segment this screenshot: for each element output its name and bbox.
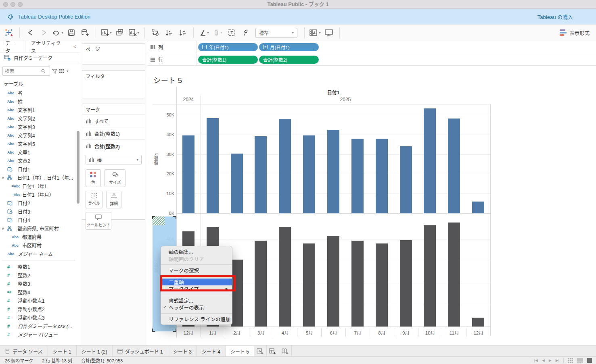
bar-mark[interactable] [400, 146, 412, 213]
search-input[interactable] [5, 69, 41, 74]
month-axis-label[interactable]: 2月 [225, 328, 249, 337]
bar-mark[interactable] [303, 243, 315, 327]
new-worksheet-button[interactable]: ▾ [101, 27, 112, 39]
field-item[interactable]: 日付4 [0, 216, 80, 224]
expander-caret-icon[interactable]: ∨ [2, 227, 7, 231]
field-item[interactable]: ∨日付1（年）, 日付1（年... [0, 173, 80, 182]
show-me-button[interactable]: 表示形式 [560, 29, 590, 37]
month-axis-label[interactable]: 1月 [201, 328, 225, 337]
month-axis-label[interactable]: 3月 [249, 328, 273, 337]
group-members-button[interactable]: ▾ [212, 27, 224, 39]
sheet-sorter-view-icon[interactable] [568, 358, 573, 363]
sheet-tab[interactable]: シート 3 [168, 346, 197, 356]
replay-button[interactable]: ▾ [52, 27, 63, 39]
field-item[interactable]: Abc都道府県 [0, 233, 80, 241]
sort-descending-button[interactable] [177, 27, 188, 39]
sort-ascending-button[interactable] [163, 27, 175, 39]
tab-data[interactable]: データ [0, 41, 25, 52]
field-item[interactable]: Abc姓 [0, 97, 80, 106]
size-button[interactable]: サイズ [105, 169, 125, 187]
new-data-source-button[interactable] [79, 27, 91, 39]
next-sheet-button[interactable]: ▶ [549, 358, 552, 362]
field-item[interactable]: =Abc日付1（年） [0, 182, 80, 190]
pages-shelf[interactable]: ページ [82, 43, 145, 64]
highlight-button[interactable]: ▾ [199, 27, 210, 39]
mark-type-dropdown[interactable]: 棒 ▾ [86, 155, 142, 164]
detail-button[interactable]: 詳細 [106, 191, 121, 208]
marks-card-row[interactable]: すべて [82, 114, 145, 127]
show-tabs-view-icon[interactable] [587, 358, 592, 363]
bar-mark[interactable] [279, 227, 291, 327]
save-button[interactable] [66, 27, 77, 39]
first-sheet-button[interactable]: |◀ [534, 358, 538, 362]
bar-mark[interactable] [231, 260, 243, 327]
search-input-box[interactable] [2, 67, 50, 76]
color-button[interactable]: 色 [86, 169, 101, 187]
month-axis-label[interactable]: 7月 [345, 328, 370, 337]
clear-sheet-button[interactable]: ▾ [128, 27, 140, 39]
filter-fields-icon[interactable] [52, 69, 57, 74]
menu-item[interactable]: リファレンス ラインの追加 [161, 316, 232, 323]
menu-item[interactable]: ✓ヘッダーの表示 [161, 304, 232, 311]
month-axis-label[interactable]: 11月 [442, 328, 466, 337]
label-button[interactable]: T ラベル [86, 191, 102, 208]
sheet-tab[interactable]: ダッシュボード 1 [113, 346, 168, 356]
field-item[interactable]: #浮動小数点2 [0, 305, 80, 313]
show-hide-cards-button[interactable]: ▾ [310, 27, 321, 39]
bar-mark[interactable] [376, 243, 388, 327]
new-dashboard-tab-button[interactable] [267, 346, 279, 356]
bar-mark[interactable] [376, 139, 388, 213]
bar-mark[interactable] [424, 108, 436, 213]
tab-analytics[interactable]: アナリティクス [25, 41, 70, 52]
bar-mark[interactable] [351, 139, 364, 213]
column-field-header[interactable]: 日付1 [176, 89, 490, 96]
undo-button[interactable] [25, 27, 36, 39]
previous-sheet-button[interactable]: ◀ [542, 358, 545, 362]
pill-sum-int1[interactable]: 合計(整数1) [198, 56, 258, 64]
field-item[interactable]: =#整数4 [0, 288, 80, 296]
field-item[interactable]: Abc文字列3 [0, 123, 80, 131]
bar-mark[interactable] [279, 119, 291, 213]
pill-sum-int2[interactable]: 合計(整数2) [259, 56, 319, 64]
month-axis-label[interactable]: 9月 [394, 328, 418, 337]
collapse-toggle-icon[interactable]: − [202, 45, 207, 49]
field-item[interactable]: Abc文章1 [0, 148, 80, 156]
field-item[interactable]: Abcメジャー ネーム [0, 250, 80, 258]
axis-title[interactable]: 整数1 [153, 134, 159, 183]
view-options-icon[interactable] [59, 69, 65, 74]
menu-item[interactable]: 軸の編集... [161, 248, 232, 256]
field-item[interactable]: Abc文字列4 [0, 131, 80, 139]
sheet-tab[interactable]: データ ソース [0, 346, 48, 356]
marks-card-row[interactable]: 合計(整数1) [82, 127, 145, 139]
marks-card-row[interactable]: 合計(整数2) [82, 139, 145, 152]
bar-mark[interactable] [182, 135, 194, 213]
field-item[interactable]: Abc文字列2 [0, 114, 80, 123]
field-item[interactable]: #整数1 [0, 262, 80, 271]
filmstrip-view-icon[interactable] [577, 358, 583, 363]
fit-selector[interactable]: 標準 ▾ [255, 28, 297, 38]
month-axis-label[interactable]: 12月 [176, 328, 201, 337]
sheet-tab[interactable]: シート 1 [48, 346, 77, 356]
field-item[interactable]: 日付2 [0, 199, 80, 207]
field-item[interactable]: =Abc日付1（年月） [0, 190, 80, 199]
bar-mark[interactable] [327, 236, 339, 327]
field-item[interactable]: #浮動小数点1 [0, 296, 80, 305]
bar-mark[interactable] [448, 119, 460, 213]
chevron-down-icon[interactable]: ▾ [67, 69, 68, 73]
sheet-tab[interactable]: シート 1 (2) [77, 346, 113, 356]
bar-mark[interactable] [255, 241, 267, 327]
field-item[interactable]: Abc文章2 [0, 156, 80, 165]
fix-axes-button[interactable] [240, 27, 251, 39]
bar-mark[interactable] [400, 240, 412, 327]
month-axis-label[interactable]: 5月 [297, 328, 321, 337]
bar-mark[interactable] [231, 154, 243, 213]
month-axis-label[interactable]: 4月 [273, 328, 297, 337]
filters-shelf[interactable]: フィルター [82, 70, 145, 98]
data-pane-scrollbar[interactable] [77, 131, 79, 204]
sheet-tab[interactable]: シート 5 [226, 346, 254, 356]
bar-mark[interactable] [327, 130, 339, 213]
field-item[interactable]: Abc名 [0, 89, 80, 97]
bar-mark[interactable] [351, 241, 364, 327]
rows-shelf[interactable]: 行 合計(整数1) 合計(整数2) [147, 54, 596, 66]
menu-item[interactable]: マークの選択 [161, 267, 232, 274]
